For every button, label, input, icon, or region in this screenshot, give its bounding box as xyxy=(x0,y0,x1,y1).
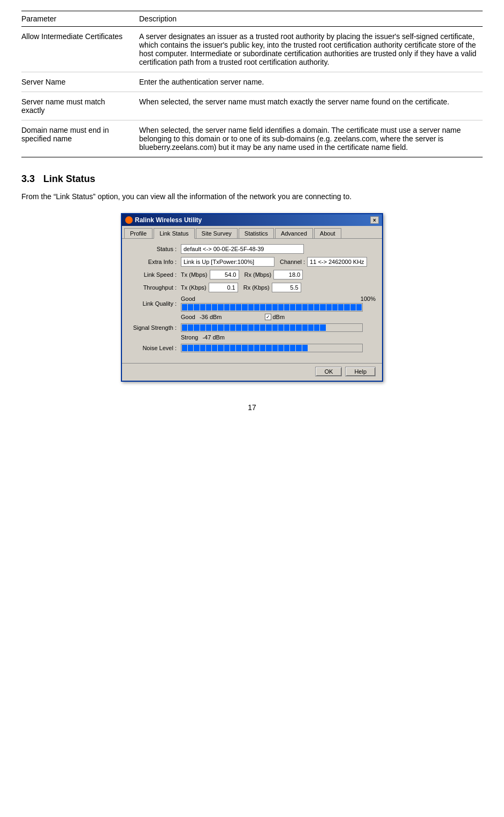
progress-segment xyxy=(344,345,349,351)
tab-statistics[interactable]: Statistics xyxy=(239,228,274,238)
param-cell: Server name must match exactly xyxy=(21,92,139,120)
dbm-checkbox[interactable]: ✓ xyxy=(265,314,271,320)
dialog-buttons: OK Help xyxy=(122,363,382,381)
progress-segment xyxy=(284,324,289,331)
progress-segment xyxy=(224,345,230,351)
close-button[interactable]: × xyxy=(370,216,379,224)
col-parameter-header: Parameter xyxy=(21,11,139,27)
progress-segment xyxy=(272,304,278,311)
progress-segment xyxy=(212,345,217,351)
progress-segment xyxy=(254,304,259,311)
channel-label: Channel : xyxy=(280,259,305,265)
help-button[interactable]: Help xyxy=(345,367,376,376)
progress-segment xyxy=(320,345,325,351)
link-speed-row: Link Speed : Tx (Mbps) 54.0 Rx (Mbps) 18… xyxy=(128,270,376,279)
link-quality-percent: 100% xyxy=(361,296,376,302)
tab-advanced[interactable]: Advanced xyxy=(275,228,313,238)
table-row: Server NameEnter the authentication serv… xyxy=(21,72,483,92)
page-number: 17 xyxy=(21,403,483,412)
progress-segment xyxy=(302,324,308,331)
progress-segment xyxy=(332,345,338,351)
noise-level-row: Noise Level : xyxy=(128,344,376,352)
progress-segment xyxy=(356,324,362,331)
tab-site-survey[interactable]: Site Survey xyxy=(196,228,238,238)
progress-segment xyxy=(194,304,199,311)
progress-segment xyxy=(248,304,254,311)
progress-segment xyxy=(326,304,332,311)
progress-segment xyxy=(278,324,284,331)
status-label: Status : xyxy=(128,246,177,252)
param-cell: Server Name xyxy=(21,72,139,92)
progress-segment xyxy=(326,345,332,351)
channel-value: 11 <-> 2462000 KHz xyxy=(307,257,367,267)
progress-segment xyxy=(236,324,241,331)
progress-segment xyxy=(284,345,289,351)
progress-segment xyxy=(314,304,319,311)
link-quality-header: Good 100% xyxy=(181,296,376,302)
rx-label: Rx (Mbps) xyxy=(245,271,272,278)
app-icon xyxy=(125,216,133,224)
extra-info-label: Extra Info : xyxy=(128,259,177,265)
tab-about[interactable]: About xyxy=(314,228,341,238)
progress-segment xyxy=(230,345,235,351)
noise-strong-label: Strong xyxy=(181,334,198,341)
dialog-container: Ralink Wireless Utility × Profile Link S… xyxy=(21,213,483,382)
progress-segment xyxy=(278,345,284,351)
link-quality-bar xyxy=(181,303,363,312)
progress-segment xyxy=(332,324,338,331)
progress-segment xyxy=(182,304,187,311)
dialog-tabs: Profile Link Status Site Survey Statisti… xyxy=(122,226,382,239)
link-quality-row: Link Quality : Good 100% xyxy=(128,296,376,312)
progress-segment xyxy=(230,324,235,331)
signal-strength-bar xyxy=(181,323,363,332)
progress-segment xyxy=(182,324,187,331)
progress-segment xyxy=(188,324,193,331)
extra-info-row: Extra Info : Link is Up [TxPower:100%] C… xyxy=(128,257,376,267)
progress-segment xyxy=(308,304,314,311)
ok-button[interactable]: OK xyxy=(315,367,342,376)
signal-good-label: Good xyxy=(181,314,195,320)
signal-strength-row: Signal Strength : xyxy=(128,323,376,332)
progress-segment xyxy=(206,324,211,331)
dialog-titlebar: Ralink Wireless Utility × xyxy=(122,214,382,226)
progress-segment xyxy=(266,324,271,331)
extra-info-value: Link is Up [TxPower:100%] xyxy=(181,257,274,267)
progress-segment xyxy=(296,345,301,351)
progress-segment xyxy=(314,324,319,331)
progress-segment xyxy=(350,345,356,351)
progress-segment xyxy=(218,345,223,351)
progress-segment xyxy=(272,324,278,331)
desc-cell: A server designates an issuer as a trust… xyxy=(139,27,483,72)
progress-segment xyxy=(200,304,205,311)
link-quality-inner: Good 100% xyxy=(181,296,376,312)
desc-cell: Enter the authentication server name. xyxy=(139,72,483,92)
progress-segment xyxy=(212,324,217,331)
progress-segment xyxy=(260,345,265,351)
progress-segment xyxy=(344,324,349,331)
progress-segment xyxy=(218,324,223,331)
tab-link-status[interactable]: Link Status xyxy=(154,228,194,239)
throughput-row: Throughput : Tx (Kbps) 0.1 Rx (Kbps) 5.5 xyxy=(128,283,376,292)
desc-cell: When selected, the server name must matc… xyxy=(139,92,483,120)
progress-segment xyxy=(272,345,278,351)
progress-segment xyxy=(254,324,259,331)
noise-sub-label-row: Strong -47 dBm xyxy=(128,334,376,341)
progress-segment xyxy=(194,345,199,351)
tab-profile[interactable]: Profile xyxy=(124,228,152,238)
progress-segment xyxy=(296,304,301,311)
progress-segment xyxy=(224,324,230,331)
link-quality-label: Link Quality : xyxy=(128,300,177,307)
link-quality-good: Good xyxy=(181,296,195,302)
desc-cell: When selected, the server name field ide… xyxy=(139,120,483,157)
progress-segment xyxy=(350,304,356,311)
table-row: Server name must match exactlyWhen selec… xyxy=(21,92,483,120)
signal-strength-label: Signal Strength : xyxy=(128,324,177,331)
progress-segment xyxy=(260,324,265,331)
noise-level-label: Noise Level : xyxy=(128,345,177,351)
progress-segment xyxy=(350,324,356,331)
progress-segment xyxy=(314,345,319,351)
section-title: Link Status xyxy=(43,173,95,185)
progress-segment xyxy=(212,304,217,311)
progress-segment xyxy=(206,345,211,351)
progress-segment xyxy=(308,324,314,331)
